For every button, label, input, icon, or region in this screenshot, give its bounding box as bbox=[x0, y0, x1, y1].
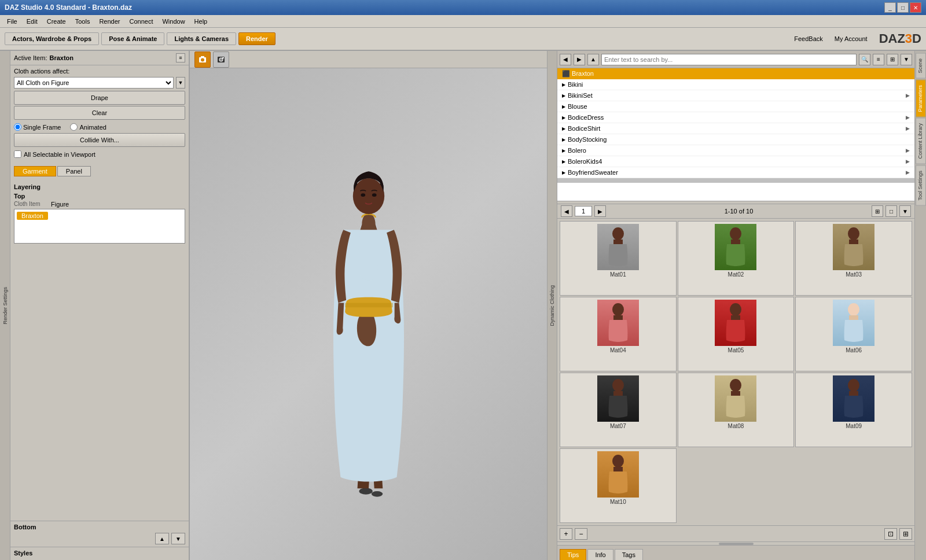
svg-rect-29 bbox=[731, 391, 740, 396]
page-more-button[interactable]: ▼ bbox=[899, 205, 911, 217]
menu-file[interactable]: File bbox=[2, 17, 22, 26]
left-panel: Active Item: Braxton ≡ Cloth actions aff… bbox=[10, 51, 190, 560]
animated-radio[interactable] bbox=[70, 123, 78, 131]
tree-item-bolerokids4[interactable]: ▶ BoleroKids4 ▶ bbox=[557, 156, 914, 167]
thumbnail-mat07[interactable]: Mat07 bbox=[560, 373, 677, 447]
thumbnail-mat05[interactable]: Mat05 bbox=[678, 297, 795, 371]
action-1-button[interactable]: ⊡ bbox=[884, 528, 897, 540]
thumbnail-mat09[interactable]: Mat09 bbox=[795, 373, 912, 447]
all-selectable-checkbox[interactable] bbox=[14, 150, 21, 158]
panel-tab[interactable]: Panel bbox=[57, 166, 91, 176]
layering-section: Layering Top Cloth Item Figure Braxton bbox=[10, 181, 189, 521]
minimize-button[interactable]: _ bbox=[884, 2, 896, 13]
menu-render[interactable]: Render bbox=[94, 17, 124, 26]
drape-button[interactable]: Drape bbox=[14, 91, 185, 105]
page-prev-button[interactable]: ◀ bbox=[561, 205, 572, 217]
thumbnail-mat06[interactable]: Mat06 bbox=[795, 297, 912, 371]
dynamic-clothing-tab[interactable]: Dynamic Clothing bbox=[547, 51, 557, 560]
action-2-button[interactable]: ⊞ bbox=[899, 528, 912, 540]
toolbar-pose[interactable]: Pose & Animate bbox=[101, 32, 164, 45]
menu-connect[interactable]: Connect bbox=[125, 17, 158, 26]
thumbnail-mat04[interactable]: Mat04 bbox=[560, 297, 677, 371]
page-number-input[interactable] bbox=[575, 206, 592, 216]
panel-options-button[interactable]: ≡ bbox=[176, 53, 185, 62]
screenshot-icon[interactable] bbox=[213, 51, 229, 68]
thumb-preview-mat05 bbox=[715, 300, 756, 346]
render-settings-tab[interactable]: Render Settings bbox=[0, 51, 10, 560]
clear-button[interactable]: Clear bbox=[14, 106, 185, 120]
cloth-actions-dropdown[interactable]: All Cloth on Figure Selected Cloth Item bbox=[14, 77, 174, 89]
tree-item-bikini[interactable]: ▶ Bikini bbox=[557, 79, 914, 90]
page-layout-button[interactable]: □ bbox=[885, 205, 897, 217]
content-library-tab[interactable]: Content Library bbox=[916, 118, 926, 164]
scroll-thumb[interactable] bbox=[719, 543, 754, 545]
svg-point-18 bbox=[848, 227, 859, 240]
tree-item-bodicedress[interactable]: ▶ BodiceDress ▶ bbox=[557, 112, 914, 123]
tree-item-bodystocking[interactable]: ▶ BodyStocking bbox=[557, 134, 914, 145]
svg-rect-17 bbox=[731, 240, 740, 244]
nav-up-button[interactable]: ▲ bbox=[587, 54, 599, 65]
toolbar-render[interactable]: Render bbox=[238, 32, 275, 45]
up-arrow-button[interactable]: ▲ bbox=[155, 533, 169, 544]
maximize-button[interactable]: □ bbox=[897, 2, 909, 13]
svg-rect-21 bbox=[613, 315, 623, 320]
page-settings-button[interactable]: ⊞ bbox=[872, 205, 883, 217]
collide-with-button[interactable]: Collide With... bbox=[14, 133, 185, 147]
thumbnail-mat03[interactable]: Mat03 bbox=[795, 221, 912, 296]
thumb-label-mat04: Mat04 bbox=[610, 347, 626, 353]
thumb-preview-mat02 bbox=[715, 224, 756, 270]
info-tab[interactable]: Info bbox=[587, 549, 613, 560]
tree-list: ⬛ Braxton ▶ Bikini ▶ BikiniSet ▶ ▶ Blous… bbox=[557, 68, 914, 201]
my-account-link[interactable]: My Account bbox=[835, 35, 868, 42]
down-arrow-button[interactable]: ▼ bbox=[171, 533, 185, 544]
scroll-indicator bbox=[557, 178, 914, 183]
menu-window[interactable]: Window bbox=[157, 17, 189, 26]
thumbnail-mat10[interactable]: Mat10 bbox=[560, 448, 677, 523]
tags-tab[interactable]: Tags bbox=[615, 549, 643, 560]
tips-tab[interactable]: Tips bbox=[560, 549, 586, 560]
thumbnail-mat01[interactable]: Mat01 bbox=[560, 221, 677, 296]
garment-tab[interactable]: Garment bbox=[14, 166, 56, 176]
feedback-link[interactable]: FeedBack bbox=[794, 35, 823, 42]
tree-item-bolero[interactable]: ▶ Bolero ▶ bbox=[557, 145, 914, 156]
svg-point-26 bbox=[612, 379, 624, 392]
cloth-actions-expand[interactable]: ▼ bbox=[176, 77, 185, 89]
right-top-bar: ◀ ▶ ▲ 🔍 ≡ ⊞ ▼ bbox=[557, 51, 914, 68]
thumbnail-mat08[interactable]: Mat08 bbox=[678, 373, 795, 447]
single-frame-radio[interactable] bbox=[14, 123, 21, 131]
toolbar-actors[interactable]: Actors, Wardrobe & Props bbox=[5, 32, 99, 45]
tree-item-boyfriendsweater[interactable]: ▶ BoyfriendSweater ▶ bbox=[557, 167, 914, 178]
add-button[interactable]: + bbox=[560, 528, 572, 540]
svg-rect-19 bbox=[849, 240, 858, 244]
toolbar-lights[interactable]: Lights & Cameras bbox=[167, 32, 236, 45]
menu-create[interactable]: Create bbox=[42, 17, 71, 26]
tree-item-blouse[interactable]: ▶ Blouse bbox=[557, 101, 914, 112]
tree-item-bikiniset[interactable]: ▶ BikiniSet ▶ bbox=[557, 90, 914, 101]
tool-settings-tab[interactable]: Tool Settings bbox=[916, 165, 926, 206]
camera-icon[interactable] bbox=[194, 51, 211, 68]
search-input[interactable] bbox=[601, 54, 857, 65]
svg-point-14 bbox=[612, 227, 624, 240]
remove-button[interactable]: − bbox=[575, 528, 587, 540]
svg-rect-15 bbox=[613, 240, 623, 244]
thumbnail-mat02[interactable]: Mat02 bbox=[678, 221, 795, 296]
braxton-selected-item[interactable]: ⬛ Braxton bbox=[557, 68, 914, 79]
svg-rect-31 bbox=[849, 391, 858, 396]
menu-help[interactable]: Help bbox=[190, 17, 212, 26]
menu-tools[interactable]: Tools bbox=[71, 17, 95, 26]
scene-tab[interactable]: Scene bbox=[916, 53, 926, 79]
layout-button[interactable]: ⊞ bbox=[887, 54, 898, 65]
nav-back-button[interactable]: ◀ bbox=[560, 54, 571, 65]
more-options-button[interactable]: ▼ bbox=[901, 54, 912, 65]
thumb-preview-mat03 bbox=[833, 224, 874, 270]
parameters-tab[interactable]: Parameters bbox=[916, 80, 926, 117]
close-button[interactable]: ✕ bbox=[910, 2, 921, 13]
page-next-button[interactable]: ▶ bbox=[594, 205, 606, 217]
nav-forward-button[interactable]: ▶ bbox=[574, 54, 585, 65]
tree-item-bodiceshirt[interactable]: ▶ BodiceShirt ▶ bbox=[557, 123, 914, 134]
braxton-tag[interactable]: Braxton bbox=[17, 212, 48, 220]
main-toolbar: Actors, Wardrobe & Props Pose & Animate … bbox=[0, 28, 926, 51]
view-options-button[interactable]: ≡ bbox=[873, 54, 884, 65]
menu-edit[interactable]: Edit bbox=[22, 17, 42, 26]
search-button[interactable]: 🔍 bbox=[859, 54, 870, 65]
